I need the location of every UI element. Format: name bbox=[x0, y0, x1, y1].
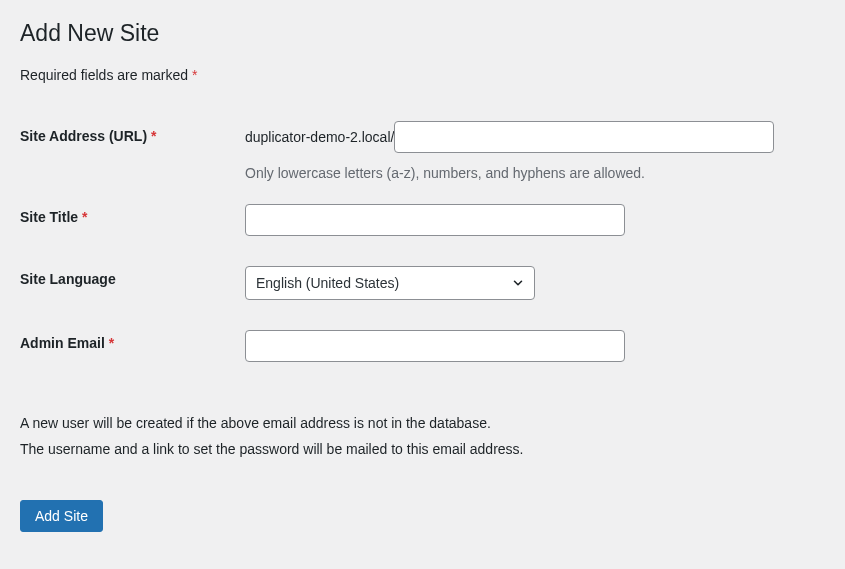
site-address-description: Only lowercase letters (a-z), numbers, a… bbox=[245, 165, 815, 181]
form-table: Site Address (URL) * duplicator-demo-2.l… bbox=[20, 113, 825, 377]
required-asterisk: * bbox=[109, 335, 114, 351]
helper-line-2: The username and a link to set the passw… bbox=[20, 438, 825, 460]
required-asterisk: * bbox=[151, 128, 156, 144]
required-asterisk: * bbox=[192, 67, 197, 83]
admin-email-input[interactable] bbox=[245, 330, 625, 362]
site-language-label: Site Language bbox=[20, 251, 245, 315]
helper-line-1: A new user will be created if the above … bbox=[20, 412, 825, 434]
site-title-label: Site Title * bbox=[20, 189, 245, 251]
site-address-prefix: duplicator-demo-2.local/ bbox=[245, 129, 394, 145]
admin-email-label: Admin Email * bbox=[20, 315, 245, 377]
required-fields-note: Required fields are marked * bbox=[20, 67, 825, 83]
site-address-label: Site Address (URL) * bbox=[20, 113, 245, 189]
site-title-input[interactable] bbox=[245, 204, 625, 236]
required-asterisk: * bbox=[82, 209, 87, 225]
site-address-input[interactable] bbox=[394, 121, 774, 153]
page-title: Add New Site bbox=[20, 20, 825, 47]
add-site-button[interactable]: Add Site bbox=[20, 500, 103, 532]
site-language-select[interactable]: English (United States) bbox=[245, 266, 535, 300]
